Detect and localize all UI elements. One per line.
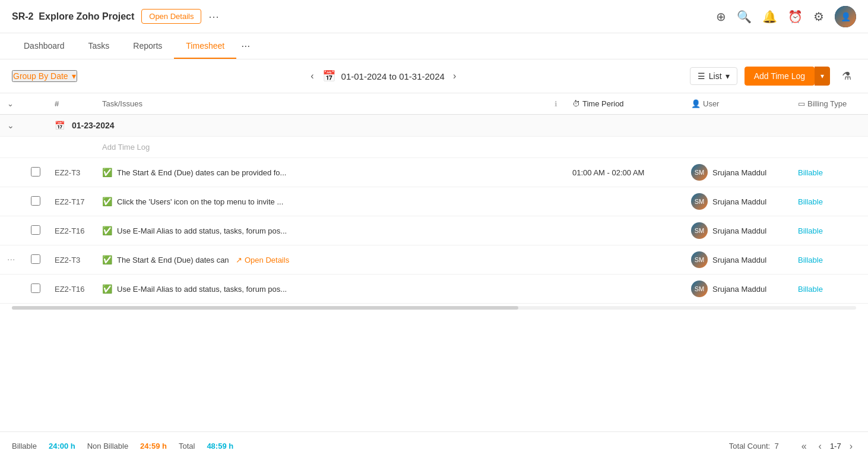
row-checkbox-4[interactable]: [31, 254, 40, 264]
table-body: ⌄ 📅 01-23-2024 Add Time Log EZ2-T3: [0, 115, 868, 304]
row-info-4: [547, 245, 565, 275]
row-checkbox-1[interactable]: [31, 167, 40, 177]
add-timelog-wrapper: Add Time Log ▾: [745, 67, 830, 86]
task-text-5[interactable]: Use E-Mail Alias to add status, tasks, f…: [117, 285, 540, 294]
timer-icon[interactable]: ⏰: [788, 10, 803, 24]
add-timelog-dropdown-button[interactable]: ▾: [815, 67, 830, 86]
task-text-3[interactable]: Use E-Mail Alias to add status, tasks, f…: [117, 226, 540, 235]
add-timelog-button[interactable]: Add Time Log: [745, 67, 815, 86]
open-details-inline-label: Open Details: [245, 256, 289, 264]
user-avatar-1: SM: [691, 164, 708, 181]
row-id-2: EZ2-T17: [47, 187, 95, 216]
row-check-2[interactable]: [24, 187, 47, 216]
task-icon-5: ✅: [102, 284, 112, 294]
row-expand-3: [0, 216, 24, 245]
project-id: SR-2: [12, 11, 33, 21]
date-group-collapse-button[interactable]: ⌄: [7, 121, 14, 130]
add-time-placeholder[interactable]: Add Time Log: [95, 137, 868, 158]
prev-date-button[interactable]: ‹: [308, 68, 316, 84]
nav-timesheet[interactable]: Timesheet: [174, 34, 236, 59]
task-text-2[interactable]: Click the 'Users' icon on the top menu t…: [117, 197, 540, 206]
user-name-1: Srujana Maddul: [712, 168, 766, 177]
date-range-display: 01-01-2024 to 01-31-2024: [341, 71, 445, 81]
filter-button[interactable]: ⚗: [837, 67, 856, 85]
table-container: ⌄ # Task/Issues ℹ ⏱Time Period 👤User ▭Bi…: [0, 93, 868, 432]
user-name-2: Srujana Maddul: [712, 197, 766, 206]
row-task-1: ✅ The Start & End (Due) dates can be pro…: [95, 158, 547, 187]
view-dropdown-icon: ▾: [726, 71, 730, 81]
top-bar-right: ⊕ 🔍 🔔 ⏰ ⚙ 👤: [716, 6, 856, 27]
more-dots-icon[interactable]: ···: [7, 254, 15, 264]
task-text-4[interactable]: The Start & End (Due) dates can: [117, 256, 236, 264]
row-task-3: ✅ Use E-Mail Alias to add status, tasks,…: [95, 216, 547, 245]
col-header-num: #: [47, 93, 95, 115]
group-by-label: Group By Date: [13, 71, 68, 81]
row-billing-4: Billable: [791, 245, 868, 275]
col-header-expand: ⌄: [0, 93, 24, 115]
more-menu-icon[interactable]: ⋯: [208, 10, 219, 23]
row-info-5: [547, 275, 565, 304]
date-group-expand[interactable]: ⌄: [0, 115, 24, 137]
table-row: EZ2-T17 ✅ Click the 'Users' icon on the …: [0, 187, 868, 216]
col-header-time: ⏱Time Period: [565, 93, 684, 115]
list-view-icon: ☰: [698, 71, 705, 81]
row-checkbox-3[interactable]: [31, 225, 40, 235]
open-details-inline-icon: ↗: [236, 256, 242, 264]
date-group-check: [24, 115, 47, 137]
scrollbar-thumb[interactable]: [12, 306, 518, 310]
top-bar: SR-2 Explore Zoho Project Open Details ⋯…: [0, 0, 868, 33]
add-time-row: Add Time Log: [0, 137, 868, 158]
filter-icon: ⚗: [842, 70, 851, 82]
info-icon[interactable]: ℹ: [555, 100, 557, 108]
open-details-button[interactable]: Open Details: [141, 9, 201, 24]
add-icon[interactable]: ⊕: [716, 10, 726, 24]
row-task-5: ✅ Use E-Mail Alias to add status, tasks,…: [95, 275, 547, 304]
view-list-button[interactable]: ☰ List ▾: [690, 67, 737, 85]
user-name-4: Srujana Maddul: [712, 256, 766, 264]
row-check-1[interactable]: [24, 158, 47, 187]
row-billing-2: Billable: [791, 187, 868, 216]
date-nav: ‹ 📅 01-01-2024 to 01-31-2024 ›: [308, 68, 458, 84]
add-time-expand: [0, 137, 24, 158]
user-icon: 👤: [691, 99, 701, 108]
row-expand-5: [0, 275, 24, 304]
row-info-1: [547, 158, 565, 187]
group-by-button[interactable]: Group By Date ▾: [12, 70, 77, 82]
nav-dashboard[interactable]: Dashboard: [12, 34, 77, 59]
row-task-2: ✅ Click the 'Users' icon on the top menu…: [95, 187, 547, 216]
row-check-5[interactable]: [24, 275, 47, 304]
nav-bar: Dashboard Tasks Reports Timesheet ···: [0, 33, 868, 59]
row-billing-5: Billable: [791, 275, 868, 304]
horizontal-scrollbar[interactable]: [12, 306, 856, 310]
nav-reports[interactable]: Reports: [121, 34, 174, 59]
row-billing-1: Billable: [791, 158, 868, 187]
row-checkbox-2[interactable]: [31, 196, 40, 206]
task-icon-1: ✅: [102, 168, 112, 177]
nav-tasks[interactable]: Tasks: [77, 34, 122, 59]
calendar-icon[interactable]: 📅: [322, 70, 335, 83]
row-id-4: EZ2-T3: [47, 245, 95, 275]
nav-more-icon[interactable]: ···: [236, 40, 255, 52]
row-user-5: SM Srujana Maddul: [684, 275, 791, 304]
settings-icon[interactable]: ⚙: [813, 10, 824, 24]
open-details-inline-button[interactable]: ↗ Open Details: [236, 256, 289, 264]
search-icon[interactable]: 🔍: [737, 10, 752, 24]
date-group-label: 01-23-2024: [72, 121, 115, 130]
col-header-billing: ▭Billing Type: [791, 93, 868, 115]
row-id-5: EZ2-T16: [47, 275, 95, 304]
row-time-3: [565, 216, 684, 245]
row-check-4[interactable]: [24, 245, 47, 275]
chevron-down-icon: ▾: [72, 71, 76, 81]
date-group-calendar-icon: 📅: [55, 121, 65, 130]
row-billing-3: Billable: [791, 216, 868, 245]
date-group-row: ⌄ 📅 01-23-2024: [0, 115, 868, 137]
task-text-1[interactable]: The Start & End (Due) dates can be provi…: [117, 168, 540, 177]
avatar[interactable]: 👤: [835, 6, 856, 27]
row-check-3[interactable]: [24, 216, 47, 245]
next-date-button[interactable]: ›: [451, 68, 458, 84]
user-name-3: Srujana Maddul: [712, 226, 766, 235]
notification-icon[interactable]: 🔔: [762, 10, 777, 24]
row-checkbox-5[interactable]: [31, 283, 40, 293]
collapse-all-icon[interactable]: ⌄: [7, 99, 14, 108]
date-group-date: 📅 01-23-2024: [47, 115, 868, 137]
